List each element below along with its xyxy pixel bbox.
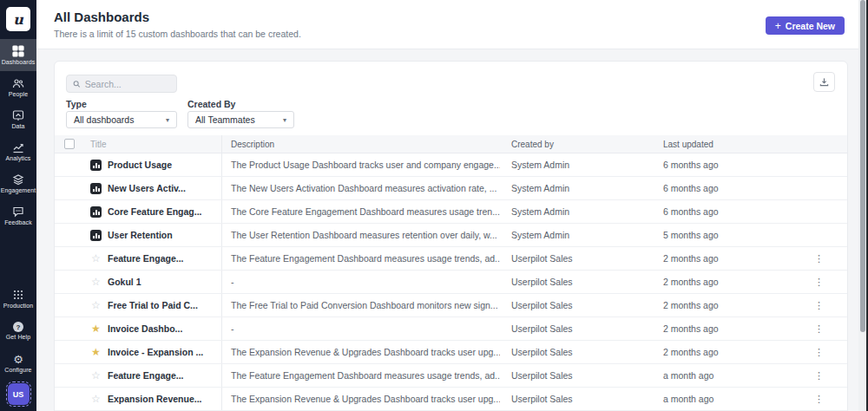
star-filled-icon[interactable]: ★ bbox=[90, 323, 102, 335]
dashboard-title[interactable]: Product Usage bbox=[108, 160, 172, 170]
vertical-scrollbar-thumb[interactable] bbox=[860, 0, 865, 332]
sidebar-label: Data bbox=[11, 123, 24, 129]
page-title: All Dashboards bbox=[54, 10, 149, 24]
search-box[interactable] bbox=[66, 75, 177, 93]
table-row[interactable]: ☆ ★ Free Trial to Paid C... The Free Tri… bbox=[55, 294, 847, 317]
last-updated-value: 2 months ago bbox=[652, 253, 804, 264]
gear-icon: ⚙ bbox=[13, 354, 23, 365]
sidebar-item-configure[interactable]: ⚙ Configure bbox=[0, 347, 36, 379]
sidebar-item-people[interactable]: People bbox=[0, 71, 36, 103]
column-header-description: Description bbox=[222, 140, 500, 149]
sidebar: u Dashboards People Data Analytics bbox=[0, 0, 36, 411]
people-icon bbox=[12, 77, 24, 89]
created-by-filter-value: All Teammates bbox=[195, 114, 255, 125]
dashboard-title[interactable]: Invoice Dashbo... bbox=[108, 323, 182, 334]
type-filter-select[interactable]: All dashboards ▾ bbox=[66, 111, 177, 128]
page-header: All Dashboards There is a limit of 15 cu… bbox=[36, 0, 868, 49]
sidebar-label: Engagement bbox=[1, 187, 36, 193]
table-row[interactable]: ☆ ★ Product Usage The Product Usage Dash… bbox=[55, 153, 847, 177]
star-outline-icon[interactable]: ☆ bbox=[90, 277, 102, 288]
chevron-down-icon: ▾ bbox=[166, 116, 169, 124]
create-new-button[interactable]: + Create New bbox=[766, 16, 845, 35]
row-menu-kebab-icon[interactable]: ⋮ bbox=[811, 346, 827, 359]
user-avatar[interactable]: US bbox=[8, 383, 30, 405]
dashboard-description: - bbox=[222, 323, 500, 334]
data-icon bbox=[12, 109, 24, 121]
dashboard-title[interactable]: Expansion Revenue... bbox=[108, 394, 202, 404]
sidebar-item-engagement[interactable]: Engagement bbox=[0, 167, 36, 199]
sidebar-label: Dashboards bbox=[2, 59, 36, 65]
dashboard-title[interactable]: Invoice - Expansion ... bbox=[108, 347, 203, 357]
engagement-icon bbox=[12, 173, 24, 186]
type-filter-label: Type bbox=[66, 99, 87, 109]
table-row[interactable]: ☆ ★ Feature Engage... The Feature Engage… bbox=[55, 247, 847, 271]
sidebar-item-dashboards[interactable]: Dashboards bbox=[0, 39, 36, 71]
star-outline-icon[interactable]: ☆ bbox=[90, 300, 102, 311]
created-by-value: Userpilot Sales bbox=[500, 347, 652, 357]
sidebar-item-data[interactable]: Data bbox=[0, 103, 36, 135]
type-filter-value: All dashboards bbox=[74, 114, 134, 125]
sidebar-item-production[interactable]: Production bbox=[0, 283, 36, 315]
star-outline-icon[interactable]: ☆ bbox=[90, 370, 102, 382]
created-by-filter-select[interactable]: All Teammates ▾ bbox=[187, 111, 294, 128]
row-menu-kebab-icon[interactable]: ⋮ bbox=[811, 393, 827, 406]
table-row[interactable]: ☆ ★ New Users Activ... The New Users Act… bbox=[55, 177, 847, 200]
vertical-scrollbar-track[interactable] bbox=[858, 0, 866, 411]
last-updated-value: 2 months ago bbox=[652, 347, 804, 357]
last-updated-value: 6 months ago bbox=[652, 206, 804, 217]
sidebar-item-feedback[interactable]: Feedback bbox=[0, 199, 36, 232]
dashboard-description: The Feature Engagement Dashboard measure… bbox=[222, 253, 500, 264]
dashboard-title[interactable]: Feature Engage... bbox=[108, 253, 184, 264]
last-updated-value: 5 months ago bbox=[652, 230, 804, 240]
dashboard-title[interactable]: Free Trial to Paid C... bbox=[108, 300, 198, 310]
row-menu-kebab-icon[interactable]: ⋮ bbox=[811, 276, 827, 289]
export-button[interactable] bbox=[813, 72, 835, 92]
dashboard-title[interactable]: Core Feature Engag... bbox=[108, 206, 202, 217]
star-outline-icon[interactable]: ☆ bbox=[90, 253, 102, 264]
sidebar-label: Configure bbox=[4, 367, 31, 373]
search-input[interactable] bbox=[85, 79, 170, 89]
dashboards-icon bbox=[12, 45, 24, 57]
last-updated-value: 2 months ago bbox=[652, 300, 804, 310]
dashboard-title[interactable]: Gokul 1 bbox=[108, 277, 141, 287]
sidebar-item-analytics[interactable]: Analytics bbox=[0, 135, 36, 167]
created-by-value: Userpilot Sales bbox=[500, 253, 652, 264]
star-outline-icon[interactable]: ☆ bbox=[90, 394, 102, 405]
dashboard-description: The User Retention Dashboard measures re… bbox=[222, 230, 500, 240]
star-filled-icon[interactable]: ★ bbox=[90, 347, 102, 358]
row-menu-kebab-icon[interactable]: ⋮ bbox=[811, 369, 827, 382]
dashboard-title[interactable]: User Retention bbox=[108, 230, 173, 240]
created-by-value: Userpilot Sales bbox=[500, 277, 652, 287]
last-updated-value: a month ago bbox=[652, 394, 804, 404]
table-header-row: Title Description Created by Last update… bbox=[55, 135, 847, 153]
last-updated-value: a month ago bbox=[652, 370, 804, 381]
created-by-value: System Admin bbox=[500, 206, 652, 217]
chevron-down-icon: ▾ bbox=[283, 116, 286, 124]
sidebar-item-get-help[interactable]: ? Get Help bbox=[0, 315, 36, 347]
created-by-value: Userpilot Sales bbox=[500, 370, 652, 381]
userpilot-logo[interactable]: u bbox=[6, 7, 30, 31]
help-icon: ? bbox=[13, 322, 23, 332]
table-row[interactable]: ☆ ★ User Retention The User Retention Da… bbox=[55, 224, 847, 247]
row-menu-kebab-icon[interactable]: ⋮ bbox=[811, 299, 827, 312]
select-all-checkbox[interactable] bbox=[64, 139, 75, 149]
create-new-label: Create New bbox=[786, 21, 835, 31]
table-row[interactable]: ☆ ★ Feature Engage... The Feature Engage… bbox=[55, 364, 847, 388]
table-row[interactable]: ☆ ★ Core Feature Engag... The Core Featu… bbox=[55, 200, 847, 224]
created-by-value: System Admin bbox=[500, 160, 652, 170]
dashboard-description: The Core Feature Engagement Dashboard me… bbox=[222, 206, 500, 217]
row-menu-kebab-icon[interactable]: ⋮ bbox=[811, 252, 827, 265]
row-menu-kebab-icon[interactable]: ⋮ bbox=[811, 323, 827, 336]
table-row[interactable]: ☆ ★ Expansion Revenue... The Expansion R… bbox=[55, 388, 847, 411]
dashboard-description: - bbox=[222, 277, 500, 287]
table-row[interactable]: ☆ ★ Invoice Dashbo... - Userpilot Sales … bbox=[55, 317, 847, 341]
dashboard-title[interactable]: New Users Activ... bbox=[108, 183, 186, 193]
dashboard-description: The Feature Engagement Dashboard measure… bbox=[222, 370, 500, 381]
created-by-filter-label: Created By bbox=[187, 99, 235, 109]
created-by-value: Userpilot Sales bbox=[500, 300, 652, 310]
dashboard-title[interactable]: Feature Engage... bbox=[108, 370, 184, 381]
system-dashboard-icon bbox=[90, 160, 102, 171]
table-row[interactable]: ☆ ★ Gokul 1 - Userpilot Sales 2 months a… bbox=[55, 271, 847, 294]
table-row[interactable]: ☆ ★ Invoice - Expansion ... The Expansio… bbox=[55, 341, 847, 364]
search-icon bbox=[73, 80, 81, 88]
